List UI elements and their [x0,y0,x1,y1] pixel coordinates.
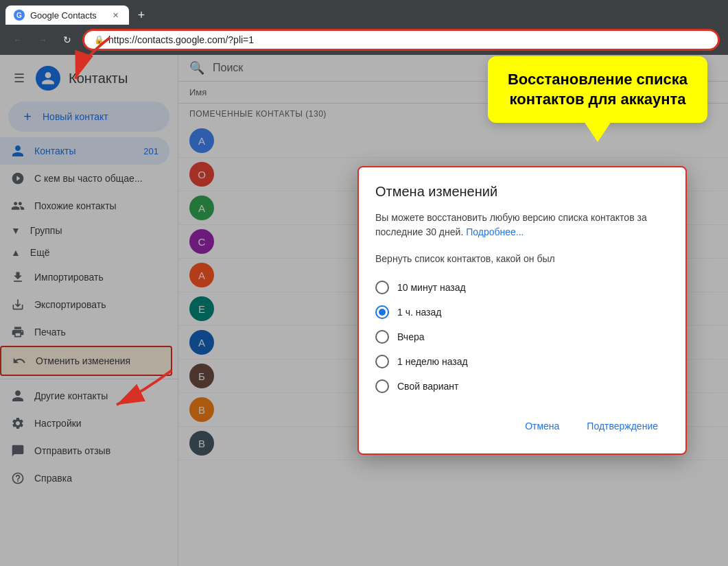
address-bar[interactable]: 🔒 https://contacts.google.com/?pli=1 [82,29,720,51]
back-button[interactable]: ← [8,30,27,49]
radio-label-yesterday: Вчера [397,331,425,342]
red-arrow-url [69,31,151,86]
radio-option-1h[interactable]: 1 ч. назад [375,300,669,325]
radio-circle-1week [375,355,389,368]
radio-label-1week: 1 неделю назад [397,356,468,367]
undo-dialog: Отмена изменений Вы можете восстановить … [357,166,687,455]
tab-close-button[interactable]: ✕ [110,10,121,21]
radio-label-custom: Свой вариант [397,381,459,392]
callout-box: Восстановление списка контактов для акка… [488,56,707,123]
dialog-actions: Отмена Подтверждение [375,415,669,437]
radio-option-custom[interactable]: Свой вариант [375,374,669,399]
radio-option-1week[interactable]: 1 неделю назад [375,349,669,374]
forward-button[interactable]: → [33,30,52,49]
more-details-link[interactable]: Подробнее... [466,226,524,237]
callout-arrow [584,121,611,142]
radio-label-1h: 1 ч. назад [397,307,441,318]
confirm-button[interactable]: Подтверждение [576,415,669,437]
red-arrow-undo [103,364,185,418]
dialog-description: Вы можете восстановить любую версию спис… [375,211,669,239]
radio-option-10min[interactable]: 10 минут назад [375,275,669,300]
radio-circle-custom [375,379,389,393]
radio-circle-1h [375,305,389,319]
browser-tab[interactable]: G Google Contacts ✕ [5,5,129,25]
dialog-title: Отмена изменений [375,184,669,200]
radio-circle-10min [375,281,389,294]
new-tab-button[interactable]: + [132,5,151,25]
cancel-button[interactable]: Отмена [514,415,570,437]
tab-favicon: G [14,10,25,21]
radio-label-10min: 10 минут назад [397,282,466,293]
dialog-subtitle: Вернуть список контактов, какой он был [375,253,669,264]
callout-text: Восстановление списка контактов для акка… [504,70,691,109]
radio-circle-yesterday [375,330,389,344]
radio-option-yesterday[interactable]: Вчера [375,325,669,349]
dialog-overlay: Отмена изменений Вы можете восстановить … [0,55,728,566]
radio-inner-1h [379,309,386,316]
tab-title: Google Contacts [30,10,97,21]
